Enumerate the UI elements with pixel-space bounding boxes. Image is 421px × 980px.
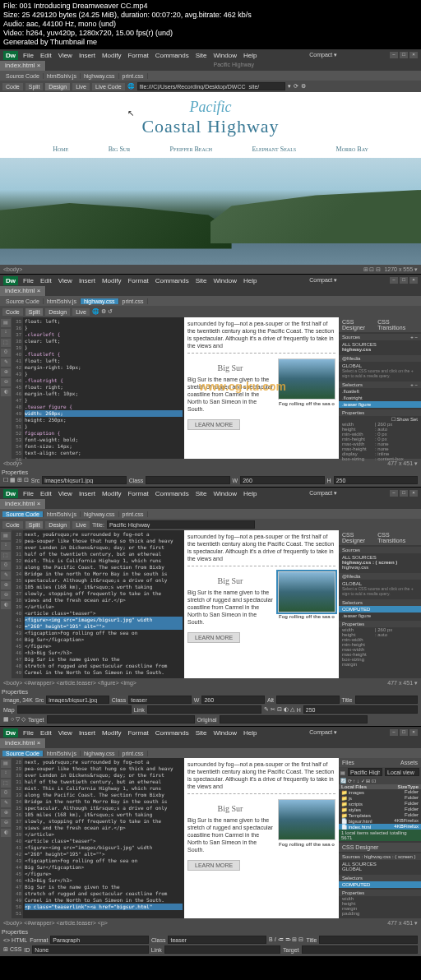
html-code-editor[interactable]: 2829303132333435363738394041424344454647…	[12, 530, 184, 678]
related-files[interactable]: Source Codehtml5shiv.jshighway.cssprint.…	[0, 71, 421, 81]
tab-bar[interactable]: index.html × Pacific Highway	[0, 61, 421, 71]
code-toolbar[interactable]: ▤↕⬚{}✎⊕⊖◐	[0, 317, 12, 459]
status-bar: <body> ⊞ ⊡ ⊟1270 x 555 ▾	[0, 265, 421, 274]
app-bar: Dw FileEditViewInsertModifyFormatCommand…	[0, 49, 421, 61]
hero-image	[0, 158, 421, 265]
learn-more-button[interactable]: LEARN MORE	[187, 419, 240, 430]
files-panel[interactable]: FilesAssets ▤ 🔄 ⟳ ↑ ↓ ✓ ⊞ ⊡ Local FilesS…	[339, 758, 421, 918]
address-input[interactable]	[137, 82, 285, 90]
menu-bar[interactable]: FileEditViewInsertModifyFormatCommandsSi…	[23, 52, 257, 59]
dw-logo: Dw	[3, 51, 18, 60]
window-controls[interactable]: −□×	[390, 52, 418, 58]
site-nav[interactable]: HomeBig SurPfeiffer BeachElephant SealsM…	[0, 142, 421, 158]
live-view-button[interactable]: Live	[72, 83, 90, 90]
properties-panel[interactable]: Properties ☐ ▦ ⊞ ⊡ Src Class W H	[0, 468, 421, 487]
bigsur-image	[278, 358, 335, 400]
css-designer-panel[interactable]: CSS DesignerCSS Transitions Sources + − …	[339, 317, 421, 459]
doc-toolbar[interactable]: Code Split Design Live Live Code 🌐 ▾⟳⚙	[0, 81, 421, 92]
css-code-editor[interactable]: 3536373839404142434445464748495051525354…	[12, 317, 184, 459]
design-view-button[interactable]: Design	[45, 83, 70, 90]
layout-dropdown[interactable]: Compact ▾	[309, 52, 337, 58]
hero-pacific: Pacific	[190, 99, 232, 115]
live-preview: ↖ Pacific Coastal Highway HomeBig SurPfe…	[0, 92, 421, 265]
design-preview[interactable]: surrounded by fog—not a pea-souper or th…	[184, 317, 339, 459]
code-view-button[interactable]: Code	[2, 83, 23, 90]
cursor-icon: ↖	[127, 109, 134, 118]
html-code-editor-2[interactable]: 2829303132333435363738394041424344454647…	[12, 758, 184, 918]
title-path: Pacific Highway	[46, 61, 421, 71]
live-code-button[interactable]: Live Code	[92, 83, 125, 90]
hero-coastal: Coastal Highway	[141, 116, 279, 136]
split-view-button[interactable]: Split	[25, 83, 44, 90]
media-info: File: 001 Introducing Dreamweaver CC.mp4…	[0, 0, 421, 49]
